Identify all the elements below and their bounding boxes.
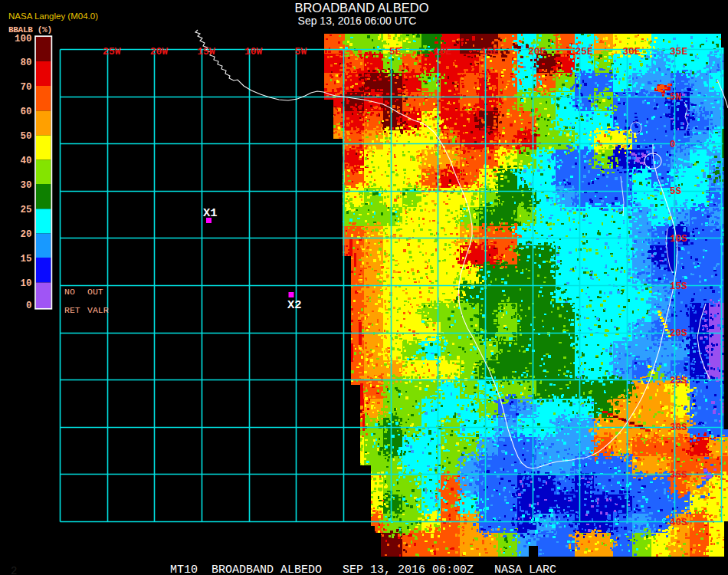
svg-text:20E: 20E: [528, 46, 546, 58]
svg-text:20S: 20S: [670, 328, 687, 339]
svg-text:70: 70: [20, 82, 31, 93]
svg-text:Sep 13, 2016 06:00 UTC: Sep 13, 2016 06:00 UTC: [298, 15, 417, 27]
svg-text:0: 0: [670, 140, 676, 150]
svg-text:25E: 25E: [575, 46, 593, 58]
svg-text:10E: 10E: [434, 46, 452, 58]
svg-text:10S: 10S: [670, 234, 687, 245]
svg-text:50: 50: [20, 131, 31, 142]
svg-text:5S: 5S: [670, 186, 682, 197]
svg-text:15W: 15W: [197, 46, 215, 58]
svg-text:NO: NO: [64, 287, 75, 297]
svg-text:30: 30: [20, 180, 31, 191]
svg-text:OUT: OUT: [87, 287, 103, 297]
svg-text:10: 10: [20, 278, 31, 289]
svg-text:15: 15: [20, 254, 31, 264]
svg-text:80: 80: [20, 58, 31, 68]
svg-text:40S: 40S: [670, 518, 687, 528]
svg-text:35S: 35S: [670, 470, 687, 481]
svg-text:25: 25: [20, 205, 31, 215]
svg-text:5N: 5N: [670, 92, 681, 103]
svg-text:5E: 5E: [389, 46, 402, 58]
svg-text:25S: 25S: [670, 376, 687, 386]
svg-text:NASA Langley (M04.0): NASA Langley (M04.0): [8, 12, 98, 21]
svg-text:100: 100: [15, 34, 32, 44]
svg-text:MT10 BROADBAND ALBEDO SEP 1: MT10 BROADBAND ALBEDO SEP 13, 2016 06:00…: [170, 564, 556, 575]
svg-text:0: 0: [26, 301, 32, 311]
svg-text:20: 20: [20, 229, 31, 240]
svg-text:2: 2: [11, 565, 17, 575]
svg-text:20W: 20W: [150, 46, 169, 58]
svg-text:10W: 10W: [244, 46, 263, 58]
svg-text:VALR: VALR: [87, 305, 109, 315]
svg-text:5W: 5W: [295, 46, 307, 58]
svg-text:15S: 15S: [670, 281, 687, 292]
svg-text:30E: 30E: [622, 46, 641, 58]
svg-text:X1: X1: [203, 206, 218, 220]
svg-text:35E: 35E: [670, 46, 688, 58]
svg-text:30S: 30S: [670, 422, 687, 433]
svg-text:40: 40: [20, 156, 31, 166]
svg-text:60: 60: [20, 107, 31, 117]
svg-text:RET: RET: [64, 305, 80, 315]
svg-text:15E: 15E: [480, 46, 499, 58]
svg-text:X2: X2: [287, 298, 302, 312]
svg-text:BROADBAND ALBEDO: BROADBAND ALBEDO: [294, 1, 428, 15]
svg-text:25W: 25W: [103, 46, 121, 58]
